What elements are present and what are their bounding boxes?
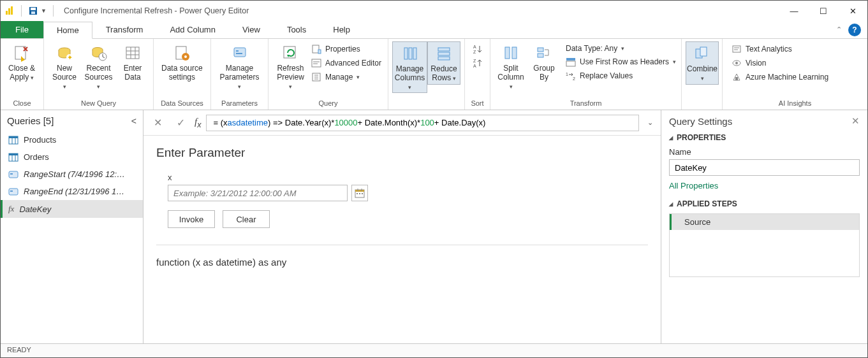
commit-formula-icon[interactable]: ✓	[172, 114, 189, 132]
svg-rect-45	[505, 47, 510, 59]
properties-section-header[interactable]: PROPERTIES	[669, 133, 860, 142]
properties-button[interactable]: Properties	[309, 43, 384, 55]
query-item-orders[interactable]: Orders	[1, 148, 143, 166]
collapse-queries-icon[interactable]: <	[131, 116, 136, 126]
group-query-label: Query	[268, 98, 388, 110]
svg-rect-77	[357, 193, 358, 194]
formula-text: + Date.Day(x)	[434, 118, 486, 127]
data-type-label: Data Type: Any	[566, 44, 617, 53]
all-properties-link[interactable]: All Properties	[669, 181, 718, 190]
split-column-button[interactable]: Split Column	[494, 41, 527, 92]
qat-dropdown-icon[interactable]: ▼	[41, 8, 47, 14]
refresh-preview-button[interactable]: Refresh Preview	[272, 41, 309, 92]
svg-rect-4	[31, 8, 36, 10]
manage-parameters-button[interactable]: Manage Parameters	[215, 41, 264, 92]
text-analytics-button[interactable]: Text Analytics	[729, 43, 831, 55]
azure-ml-button[interactable]: Azure Machine Learning	[729, 71, 831, 83]
collapse-ribbon-icon[interactable]: ⌃	[836, 25, 842, 34]
sort-desc-icon[interactable]: ZA	[472, 58, 483, 68]
parameter-icon	[8, 187, 18, 196]
close-settings-icon[interactable]: ✕	[851, 115, 860, 127]
minimize-button[interactable]: —	[779, 1, 809, 21]
window-title: Configure Incremental Refresh - Power Qu…	[61, 6, 249, 15]
clear-button[interactable]: Clear	[223, 210, 270, 228]
close-apply-button[interactable]: Close & Apply	[4, 41, 39, 83]
query-name-input[interactable]	[669, 159, 860, 176]
combine-button[interactable]: Combine	[686, 41, 719, 85]
svg-rect-23	[236, 53, 242, 54]
formula-text: = (x	[213, 118, 227, 127]
tab-add-column[interactable]: Add Column	[156, 21, 229, 38]
query-item-label: Orders	[24, 152, 49, 162]
svg-text:A: A	[473, 64, 476, 68]
svg-text:2: 2	[573, 76, 575, 81]
close-apply-label: Close & Apply	[8, 64, 35, 82]
svg-rect-27	[318, 50, 321, 54]
formula-input[interactable]: = (x as datetime ) => Date.Year(x)* 1000…	[206, 115, 639, 131]
save-icon[interactable]	[28, 6, 38, 16]
parameter-input[interactable]	[168, 185, 348, 201]
refresh-preview-label: Refresh Preview	[276, 64, 305, 90]
formula-text: ) => Date.Year(x)*	[268, 118, 334, 127]
maximize-button[interactable]: ☐	[809, 1, 838, 21]
enter-data-button[interactable]: Enter Data	[116, 41, 149, 83]
group-datasources-label: Data Sources	[154, 98, 210, 110]
tab-help[interactable]: Help	[320, 21, 364, 38]
recent-sources-button[interactable]: Recent Sources	[81, 41, 116, 92]
group-by-button[interactable]: Group By	[527, 41, 561, 83]
invoke-button[interactable]: Invoke	[168, 210, 215, 228]
svg-rect-74	[355, 190, 364, 192]
svg-rect-22	[236, 50, 239, 52]
applied-step-source[interactable]: Source	[670, 214, 859, 230]
query-item-rangestart[interactable]: RangeStart (7/4/1996 12:…	[1, 166, 143, 183]
split-column-label: Split Column	[497, 64, 524, 90]
formula-expand-icon[interactable]: ⌄	[644, 118, 656, 127]
vision-label: Vision	[746, 59, 766, 68]
tab-home[interactable]: Home	[43, 22, 92, 39]
tab-view[interactable]: View	[229, 21, 274, 38]
manage-columns-button[interactable]: Manage Columns	[392, 41, 427, 93]
tab-tools[interactable]: Tools	[274, 21, 320, 38]
reduce-rows-button[interactable]: Reduce Rows	[427, 41, 460, 85]
tab-transform[interactable]: Transform	[92, 21, 157, 38]
applied-steps-header[interactable]: APPLIED STEPS	[669, 199, 860, 208]
query-item-products[interactable]: Products	[1, 131, 143, 148]
function-signature: function (x as datetime) as any	[156, 257, 648, 268]
svg-rect-50	[566, 61, 575, 66]
enter-data-label: Enter Data	[124, 64, 142, 82]
date-picker-button[interactable]	[351, 185, 368, 201]
enter-parameter-heading: Enter Parameter	[156, 146, 648, 160]
azure-ml-icon	[732, 72, 742, 82]
svg-rect-66	[9, 154, 18, 155]
first-row-headers-button[interactable]: Use First Row as Headers	[563, 55, 679, 68]
sort-asc-icon[interactable]: AZ	[472, 44, 483, 54]
replace-values-button[interactable]: 12Replace Values	[563, 69, 679, 82]
tab-file[interactable]: File	[1, 21, 43, 38]
vision-button[interactable]: Vision	[729, 57, 831, 69]
first-row-icon	[566, 57, 576, 67]
svg-rect-49	[566, 58, 575, 61]
svg-rect-13	[126, 47, 139, 59]
svg-rect-39	[438, 52, 450, 55]
cancel-formula-icon[interactable]: ✕	[149, 114, 166, 132]
manage-query-button[interactable]: Manage	[309, 71, 384, 83]
svg-text:A: A	[473, 45, 476, 49]
group-ai-label: AI Insights	[723, 98, 867, 110]
data-source-settings-button[interactable]: Data source settings	[158, 41, 207, 83]
svg-rect-2	[11, 6, 13, 15]
fx-icon[interactable]: fx	[195, 117, 201, 129]
data-type-button[interactable]: Data Type: Any	[563, 43, 679, 54]
advanced-editor-button[interactable]: Advanced Editor	[309, 57, 384, 69]
manage-parameters-icon	[230, 43, 250, 63]
manage-label: Manage	[325, 73, 353, 82]
svg-point-59	[735, 62, 738, 64]
close-window-button[interactable]: ✕	[838, 1, 867, 21]
query-item-datekey[interactable]: fx DateKey	[1, 200, 143, 218]
function-icon: fx	[8, 204, 14, 214]
group-close-label: Close	[1, 98, 43, 110]
svg-rect-5	[31, 11, 35, 14]
query-item-rangeend[interactable]: RangeEnd (12/31/1996 1…	[1, 183, 143, 200]
help-button[interactable]: ?	[848, 24, 861, 36]
svg-rect-28	[312, 59, 321, 67]
new-source-button[interactable]: ✦ New Source	[48, 41, 81, 92]
